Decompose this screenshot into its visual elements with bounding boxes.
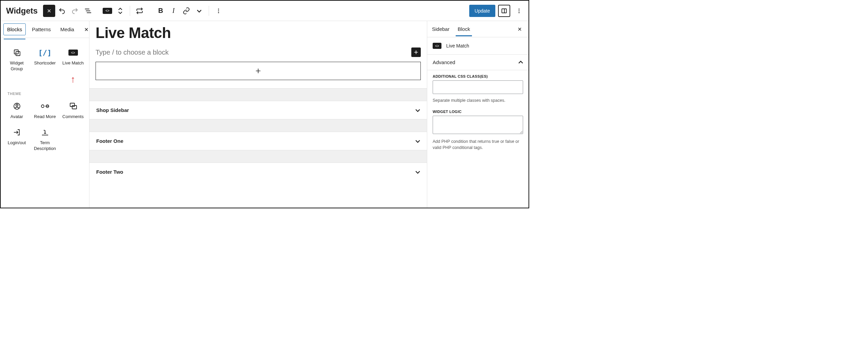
svg-rect-8 — [16, 52, 20, 56]
block-widget-group[interactable]: Widget Group — [3, 44, 31, 74]
avatar-icon — [13, 102, 21, 111]
block-label: Login/out — [8, 140, 26, 146]
block-live-match[interactable]: <> Live Match — [59, 44, 87, 74]
italic-icon: I — [172, 7, 175, 15]
live-match-icon: <> — [433, 43, 441, 49]
tab-label: Blocks — [7, 26, 22, 32]
block-placeholder[interactable]: Type / to choose a block — [96, 49, 408, 56]
block-label: Live Match — [62, 60, 84, 66]
chevron-up-icon — [518, 60, 523, 65]
svg-point-4 — [519, 8, 520, 10]
more-rich-text-button[interactable] — [193, 5, 205, 17]
block-options-button[interactable] — [212, 5, 225, 17]
close-icon — [84, 27, 89, 32]
block-read-more[interactable]: Read More — [31, 98, 59, 122]
area-separator — [89, 150, 427, 163]
close-inserter-button[interactable] — [43, 5, 55, 17]
kebab-icon — [215, 8, 222, 14]
svg-rect-7 — [14, 50, 18, 54]
block-label: Widget Group — [4, 60, 29, 72]
block-comments[interactable]: Comments — [59, 98, 87, 122]
widget-logic-help: Add PHP condition that returns true or f… — [433, 138, 523, 151]
italic-button[interactable]: I — [167, 5, 180, 17]
page-title: Widgets — [6, 6, 38, 16]
widget-area-label: Shop Sidebar — [96, 107, 129, 113]
sidebar-icon — [501, 8, 507, 14]
settings-close-button[interactable] — [515, 25, 524, 33]
move-icon — [118, 8, 122, 14]
chevron-down-icon — [415, 108, 420, 113]
widget-area-live-match: Live Match Type / to choose a block — [89, 21, 427, 80]
comments-icon — [69, 102, 77, 111]
close-icon — [517, 26, 522, 32]
settings-panel-toggle[interactable] — [498, 5, 510, 17]
redo-icon — [71, 7, 79, 15]
term-description-icon — [41, 128, 49, 137]
block-label: Read More — [34, 114, 56, 120]
plus-icon — [255, 68, 262, 74]
widget-area-footer-two[interactable]: Footer Two — [89, 163, 427, 181]
editor-options-button[interactable] — [513, 5, 525, 17]
undo-button[interactable] — [56, 5, 68, 17]
widget-area-shop-sidebar[interactable]: Shop Sidebar — [89, 101, 427, 119]
block-type-button[interactable]: <> — [101, 5, 113, 17]
widget-area-label: Footer Two — [96, 169, 123, 175]
list-view-button[interactable] — [82, 5, 94, 17]
kebab-icon — [516, 8, 522, 14]
toolbar-divider — [209, 6, 209, 16]
tab-patterns[interactable]: Patterns — [28, 24, 54, 35]
widget-logic-input[interactable] — [433, 116, 523, 134]
advanced-label: Advanced — [433, 59, 455, 65]
block-shortcoder[interactable]: [/] Shortcoder — [31, 44, 59, 74]
tab-block[interactable]: Block — [457, 22, 471, 36]
css-classes-input[interactable] — [433, 80, 523, 94]
toolbar-divider — [130, 6, 130, 16]
code-block-icon: <> — [103, 8, 112, 14]
tab-media[interactable]: Media — [57, 24, 78, 35]
block-label: Avatar — [11, 114, 23, 120]
block-term-description[interactable]: Term Description — [31, 124, 59, 154]
widget-group-icon — [13, 48, 21, 57]
chevron-down-icon — [415, 170, 420, 174]
svg-point-10 — [16, 104, 18, 106]
move-up-down-button[interactable] — [114, 5, 126, 17]
redo-button[interactable] — [69, 5, 81, 17]
update-button[interactable]: Update — [469, 5, 495, 17]
widget-area-footer-one[interactable]: Footer One — [89, 132, 427, 150]
bold-button[interactable]: B — [154, 5, 167, 17]
chevron-down-icon — [197, 8, 202, 13]
block-card: <> Live Match — [427, 37, 529, 55]
block-label: Shortcoder — [34, 60, 56, 66]
undo-icon — [58, 7, 66, 15]
annotation-arrow: ↑ — [59, 74, 87, 85]
block-appender[interactable] — [96, 62, 421, 80]
block-label: Comments — [62, 114, 84, 120]
css-classes-label: ADDITIONAL CSS CLASS(ES) — [433, 74, 523, 78]
advanced-panel-toggle[interactable]: Advanced — [427, 55, 529, 70]
chevron-down-icon — [415, 139, 420, 144]
transform-button[interactable] — [133, 5, 146, 17]
svg-point-5 — [519, 10, 520, 11]
block-name-label: Live Match — [446, 43, 469, 49]
add-block-button[interactable] — [411, 48, 421, 57]
login-icon — [13, 128, 21, 137]
svg-point-2 — [218, 12, 219, 13]
tab-sidebar[interactable]: Sidebar — [431, 22, 450, 36]
area-separator — [89, 119, 427, 132]
link-button[interactable] — [180, 5, 192, 17]
tab-blocks[interactable]: Blocks — [3, 23, 26, 35]
widget-logic-label: WIDGET LOGIC — [433, 110, 523, 114]
svg-point-11 — [41, 105, 44, 108]
settings-panel: Sidebar Block <> Live Match Advanced ADD… — [427, 21, 529, 208]
widget-area-title: Live Match — [96, 24, 421, 41]
shortcoder-icon: [/] — [38, 48, 52, 57]
svg-point-0 — [218, 8, 219, 10]
live-match-icon: <> — [68, 48, 78, 57]
list-icon — [84, 7, 91, 15]
block-login-out[interactable]: Login/out — [3, 124, 31, 154]
editor-canvas: Live Match Type / to choose a block Shop… — [89, 21, 427, 208]
bold-icon: B — [158, 7, 163, 15]
block-inserter-panel: Blocks Patterns Media Widget Group [/] — [1, 21, 89, 208]
block-avatar[interactable]: Avatar — [3, 98, 31, 122]
svg-point-6 — [519, 12, 520, 13]
